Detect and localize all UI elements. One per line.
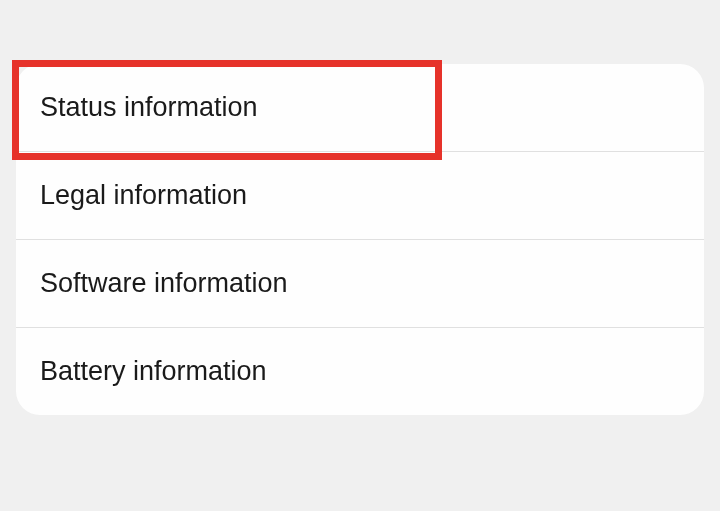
list-item-battery-information[interactable]: Battery information bbox=[16, 328, 704, 415]
list-item-label: Software information bbox=[40, 268, 288, 298]
list-item-label: Status information bbox=[40, 92, 258, 122]
list-item-legal-information[interactable]: Legal information bbox=[16, 152, 704, 240]
list-item-label: Battery information bbox=[40, 356, 267, 386]
settings-card: Status information Legal information Sof… bbox=[16, 64, 704, 415]
list-item-status-information[interactable]: Status information bbox=[16, 64, 704, 152]
list-item-software-information[interactable]: Software information bbox=[16, 240, 704, 328]
list-item-label: Legal information bbox=[40, 180, 247, 210]
